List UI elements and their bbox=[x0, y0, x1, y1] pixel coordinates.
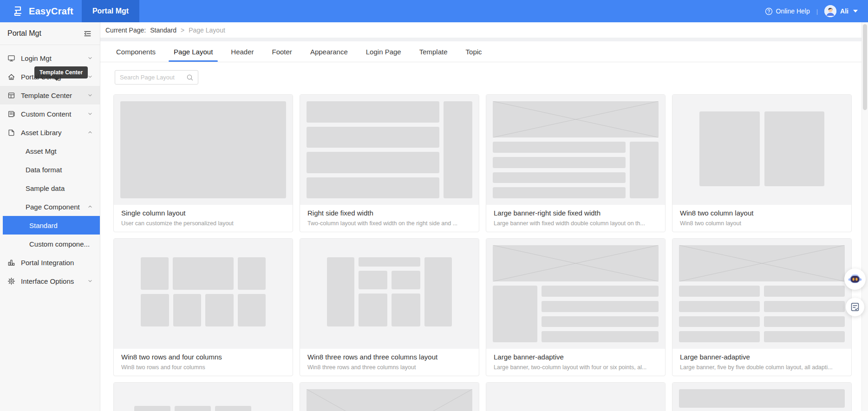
search-icon[interactable] bbox=[186, 74, 194, 81]
layout-card[interactable]: Win8 three rows and three columns layout… bbox=[300, 238, 479, 376]
card-footer: Right side fixed width Two-column layout… bbox=[300, 205, 479, 227]
layout-thumbnail bbox=[300, 95, 479, 205]
search-box[interactable] bbox=[115, 70, 198, 85]
card-description: Win8 two column layout bbox=[680, 220, 844, 227]
card-footer: Win8 three rows and three columns layout… bbox=[300, 349, 479, 371]
main-content: Current Page: Standard > Page Layout Com… bbox=[100, 22, 868, 411]
card-footer: Large banner-right side fixed width Larg… bbox=[486, 205, 665, 227]
layout-thumbnail bbox=[672, 95, 851, 205]
tab-topic[interactable]: Topic bbox=[464, 41, 483, 62]
chevron-down-icon bbox=[87, 55, 93, 61]
sidebar-item-custom-content[interactable]: Custom Content bbox=[0, 104, 100, 123]
app-root: EasyCraft Portal Mgt Online Help | bbox=[0, 0, 868, 411]
layout-card[interactable]: Right side fixed width Two-column layout… bbox=[300, 94, 479, 232]
chevron-down-icon bbox=[87, 111, 93, 117]
sidebar-item-page-component[interactable]: Page Component bbox=[0, 197, 100, 216]
layout-card[interactable] bbox=[113, 382, 293, 411]
user-avatar bbox=[824, 5, 836, 17]
sidebar-header: Portal Mgt bbox=[0, 22, 100, 45]
card-title: Right side fixed width bbox=[307, 209, 471, 217]
layout-card[interactable]: Large banner-adaptive Large banner, five… bbox=[672, 238, 852, 376]
chevron-up-icon bbox=[87, 129, 93, 136]
tab-login-page[interactable]: Login Page bbox=[365, 41, 403, 62]
tab-components[interactable]: Components bbox=[115, 41, 157, 62]
sidebar-item-custom-component[interactable]: Custom compone... bbox=[0, 235, 100, 253]
card-description: User can customize the personalized layo… bbox=[121, 220, 285, 227]
monitor-icon bbox=[7, 54, 15, 62]
card-title: Single column layout bbox=[121, 209, 285, 217]
chevron-down-icon bbox=[87, 73, 93, 80]
card-footer: Large banner-adaptive Large banner, five… bbox=[672, 349, 851, 371]
layout-thumbnail bbox=[114, 383, 293, 411]
layout-card[interactable]: Large banner-adaptive Large banner, two-… bbox=[486, 238, 666, 376]
sidebar-item-login-mgt[interactable]: Login Mgt bbox=[0, 49, 100, 67]
sidebar-item-template-center[interactable]: Template Center bbox=[0, 86, 100, 104]
card-description: Large banner, five by five double column… bbox=[680, 364, 844, 371]
scrollbar-thumb[interactable] bbox=[863, 24, 867, 110]
chevron-down-icon bbox=[87, 278, 93, 284]
card-footer: Large banner-adaptive Large banner, two-… bbox=[486, 349, 665, 371]
layout-card[interactable]: Large banner-right side fixed width Larg… bbox=[486, 94, 666, 232]
sidebar-item-standard[interactable]: Standard bbox=[3, 216, 100, 235]
sidebar-item-sample-data[interactable]: Sample data bbox=[0, 179, 100, 197]
sidebar: Portal Mgt Login Mgt bbox=[0, 22, 100, 411]
card-description: Win8 three rows and three columns layout bbox=[307, 364, 471, 371]
layout-thumbnail bbox=[114, 239, 293, 349]
user-menu[interactable]: Ali bbox=[824, 5, 858, 17]
robot-icon bbox=[848, 272, 862, 287]
tab-appearance[interactable]: Appearance bbox=[309, 41, 349, 62]
caret-down-icon bbox=[853, 10, 858, 13]
card-title: Large banner-right side fixed width bbox=[494, 209, 658, 217]
layout-thumbnail bbox=[486, 95, 665, 205]
gear-icon bbox=[7, 277, 15, 285]
user-name: Ali bbox=[840, 7, 848, 15]
breadcrumb-page: Page Layout bbox=[189, 26, 225, 34]
tab-header[interactable]: Header bbox=[229, 41, 255, 62]
sidebar-item-label: Page Component bbox=[26, 203, 87, 211]
sidebar-item-asset-mgt[interactable]: Asset Mgt bbox=[0, 142, 100, 160]
search-input[interactable] bbox=[120, 74, 186, 81]
sidebar-item-label: Interface Options bbox=[21, 277, 87, 285]
topbar-right: Online Help | Ali bbox=[765, 5, 868, 17]
sidebar-item-data-format[interactable]: Data format bbox=[0, 160, 100, 179]
assistant-robot-button[interactable] bbox=[844, 268, 866, 290]
layout-card[interactable] bbox=[300, 382, 479, 411]
content-panel: Components Page Layout Header Footer App… bbox=[100, 41, 861, 411]
document-icon bbox=[7, 110, 15, 118]
brand[interactable]: EasyCraft bbox=[0, 5, 82, 17]
feedback-form-button[interactable] bbox=[846, 298, 864, 316]
layout-thumbnail bbox=[486, 239, 665, 349]
card-description: Large banner with fixed width double col… bbox=[494, 220, 658, 227]
layout-card[interactable] bbox=[672, 382, 852, 411]
tab-template[interactable]: Template bbox=[418, 41, 449, 62]
easycraft-logo-icon bbox=[12, 5, 24, 17]
chevron-up-icon bbox=[87, 203, 93, 210]
layout-card[interactable]: Single column layout User can customize … bbox=[113, 94, 293, 232]
sidebar-item-portal-integration[interactable]: Portal Integration bbox=[0, 253, 100, 272]
layout-card[interactable]: Win8 two column layout Win8 two column l… bbox=[672, 94, 852, 232]
file-icon bbox=[7, 129, 15, 137]
sidebar-item-label: Login Mgt bbox=[21, 54, 87, 62]
card-footer: Win8 two column layout Win8 two column l… bbox=[672, 205, 851, 227]
card-title: Win8 two rows and four columns bbox=[121, 353, 285, 361]
card-title: Win8 three rows and three columns layout bbox=[307, 353, 471, 361]
layout-icon bbox=[7, 91, 15, 99]
card-description: Two-column layout with fixed width on th… bbox=[307, 220, 471, 227]
layout-thumbnail bbox=[114, 95, 293, 205]
card-description: Win8 two rows and four columns bbox=[121, 364, 285, 371]
form-icon bbox=[850, 302, 860, 312]
collapse-sidebar-icon[interactable] bbox=[84, 30, 91, 38]
scrollbar[interactable] bbox=[861, 22, 868, 411]
sidebar-item-asset-library[interactable]: Asset Library bbox=[0, 123, 100, 142]
help-icon bbox=[765, 7, 773, 15]
top-tab-portal-mgt[interactable]: Portal Mgt bbox=[82, 0, 139, 22]
layout-card-grid: Single column layout User can customize … bbox=[113, 94, 861, 411]
sidebar-item-label: Sample data bbox=[26, 184, 93, 192]
tab-page-layout[interactable]: Page Layout bbox=[172, 41, 214, 62]
online-help-link[interactable]: Online Help bbox=[765, 7, 810, 15]
sidebar-item-interface-options[interactable]: Interface Options bbox=[0, 272, 100, 290]
breadcrumb-current[interactable]: Standard bbox=[150, 26, 176, 34]
tab-footer[interactable]: Footer bbox=[271, 41, 294, 62]
layout-card[interactable]: Win8 two rows and four columns Win8 two … bbox=[113, 238, 293, 376]
layout-card[interactable] bbox=[486, 382, 666, 411]
